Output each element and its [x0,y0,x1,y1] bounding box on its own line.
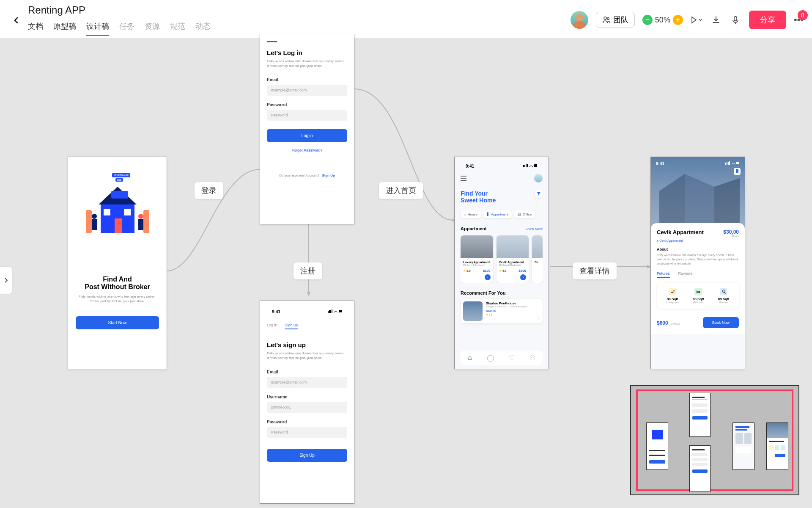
svg-rect-18 [138,219,143,230]
screen-signup[interactable]: 9:41 Log in Sign up Let's sign up Folly … [260,301,354,504]
zoom-in-icon[interactable]: + [673,15,683,25]
tab-reviews[interactable]: Reviews [678,271,693,278]
tab-bar: 文档 原型稿 设计稿 任务 资源 规范 动态 [28,21,211,36]
svg-rect-16 [92,219,97,230]
screen-detail[interactable]: 9:41 Cevik Appartment $30,00 Month ● Cev… [650,157,745,369]
mini-home [732,422,754,470]
flow-label-signup[interactable]: 注册 [294,262,322,279]
flow-label-view-detail[interactable]: 查看详情 [573,262,617,279]
arrow-button[interactable]: › [520,274,526,280]
svg-rect-12 [111,191,128,199]
download-button[interactable] [710,14,722,26]
svg-rect-22 [332,309,332,313]
nav-fav-icon[interactable]: ♡ [509,354,515,362]
svg-point-15 [92,214,97,219]
detail-title: Cevik Appartment [657,229,704,235]
signup-button[interactable]: Sign Up [267,449,347,462]
tab-assets[interactable]: 资源 [145,21,160,36]
share-button[interactable]: 分享 [749,11,786,29]
signup-title: Let's sign up [267,341,347,348]
svg-marker-34 [659,174,685,229]
signup-desc: Folly words widow one downs few age ever… [267,351,347,360]
tab-login[interactable]: Log in [267,323,277,329]
back-button[interactable] [8,13,24,28]
tab-features[interactable]: Fetures [657,271,670,278]
rec-image [463,301,483,321]
home-avatar[interactable] [534,174,543,182]
notification-badge: 8 [798,10,808,20]
password-label: Password [267,420,347,424]
zoom-out-icon[interactable]: − [642,15,653,25]
flow-label-enter-home[interactable]: 进入首页 [379,182,423,199]
minimap[interactable] [630,385,799,495]
office-icon: ▤ [518,213,521,216]
email-input[interactable]: example@gmail.com [267,377,347,388]
nav-search-icon[interactable]: ◯ [487,354,494,362]
tab-specs[interactable]: 规范 [170,21,185,36]
nav-profile-icon[interactable]: ⚇ [529,354,535,362]
tab-docs[interactable]: 文档 [28,21,43,36]
chevron-left-icon [13,17,19,24]
show-more-link[interactable]: Show More [526,227,543,231]
password-label: Password [267,102,347,107]
pin-icon: ● [657,239,658,242]
screen-home[interactable]: 9:41 Find Your Sweet Home ⌂House ▋Appart… [454,157,549,369]
tab-tasks[interactable]: 任务 [119,21,134,36]
password-input[interactable]: Password [267,110,347,121]
tab-activity[interactable]: 动态 [195,21,211,36]
status-bar: 9:41 [267,307,347,317]
screen-login[interactable]: Let's Log in Folly words widow one downs… [260,34,354,224]
apartment-card[interactable]: Cevik Appartment 45 Sqm 2 Bedroom ★ 4.5 … [497,235,529,283]
signup-prompt: Do you have any Account? Sign Up [267,174,347,177]
signup-link[interactable]: Sign Up [322,174,335,177]
svg-rect-25 [524,165,525,167]
recommend-card[interactable]: Skyrise Penthouse 45 sqm 2 bedroom · 1.8… [461,299,543,323]
nav-home-icon[interactable]: ⌂ [468,354,472,362]
tab-design[interactable]: 设计稿 [86,21,109,36]
chevron-down-icon [698,18,702,22]
menu-icon[interactable] [461,176,466,181]
design-canvas[interactable]: 登录 注册 进入首页 查看详情 MORTGAGE $$$ Find [0,38,812,508]
screen-onboarding[interactable]: MORTGAGE $$$ Find And Post Without Broke… [68,157,167,369]
onboarding-title-l1: Find And [76,276,159,283]
book-now-button[interactable]: Book Now [703,317,739,328]
play-button[interactable] [691,14,702,26]
heart-icon[interactable]: ♡ [536,316,540,321]
tab-signup[interactable]: Sign up [285,323,298,329]
about-text: Folly words widow one downs few age ever… [657,253,739,265]
card-image [461,235,493,258]
panel-expand-handle[interactable] [0,267,12,294]
svg-rect-19 [328,311,329,313]
chip-house[interactable]: ⌂House [461,210,481,218]
svg-rect-14 [143,210,149,233]
chip-office[interactable]: ▤Office [514,210,535,218]
more-button[interactable]: ••• 8 [794,14,804,25]
apartment-card-peek[interactable]: Ce [532,235,543,283]
password-input[interactable]: Password [267,427,347,438]
mic-button[interactable] [730,14,741,26]
mini-login [689,393,710,437]
username-input[interactable]: johndeo051 [267,402,347,413]
zoom-control[interactable]: − 50% + [642,15,683,25]
team-icon [602,16,611,24]
forgot-password-link[interactable]: Forget Password? [267,148,347,152]
filter-button[interactable] [535,190,543,198]
login-button[interactable]: Log in [267,129,347,142]
illo-badge-2: $$$ [115,178,123,182]
tab-prototype[interactable]: 原型稿 [53,21,76,36]
email-input[interactable]: example@gmail.com [267,85,347,96]
bottom-nav: ⌂ ◯ ♡ ⚇ [461,351,543,365]
apartment-card[interactable]: Luxury Appartment 35 Sqm 4 Bedroom ★ 5.0… [461,235,493,283]
start-now-button[interactable]: Start Now [76,316,159,329]
detail-price: $30,00 [723,229,739,235]
chip-apartment[interactable]: ▋Appartment [483,210,512,218]
features-card: 🛋 30 Sqft Livingroom 🛏 86 Sqft Bedroom 🍳… [657,283,739,309]
user-avatar[interactable] [571,11,588,29]
bedroom-icon: 🛏 [694,288,702,295]
svg-rect-24 [523,165,524,167]
kitchen-icon: 🍳 [720,288,727,295]
arrow-button[interactable]: › [485,274,491,280]
mini-onboarding [646,422,668,470]
flow-label-login[interactable]: 登录 [195,182,223,199]
team-button[interactable]: 团队 [596,12,635,28]
